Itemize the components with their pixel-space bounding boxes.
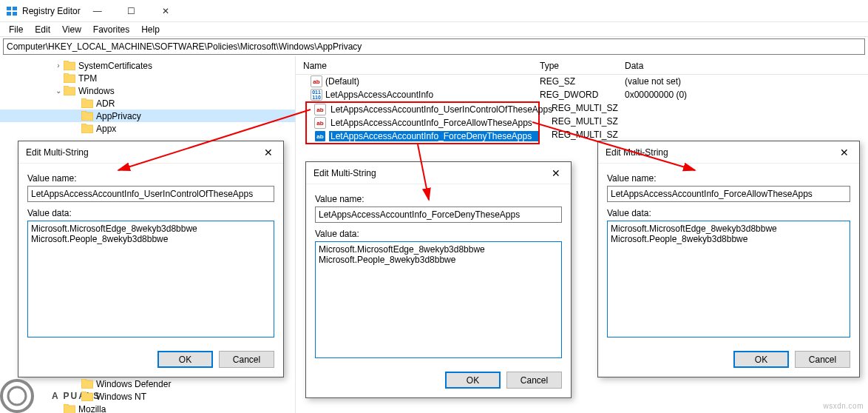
value-name: LetAppsAccessAccountInfo — [325, 90, 540, 100]
list-row[interactable]: abLetAppsAccessAccountInfo_ForceAllowThe… — [307, 116, 538, 130]
tree-label: SystemCertificates — [78, 61, 152, 71]
tree-item-windows-defender[interactable]: Windows Defender — [0, 377, 296, 390]
address-text: Computer\HKEY_LOCAL_MACHINE\SOFTWARE\Pol… — [7, 41, 362, 52]
expand-icon[interactable]: › — [53, 61, 64, 70]
reg-multistring-icon: ab — [314, 104, 326, 115]
expand-icon[interactable]: ⌄ — [53, 87, 64, 95]
ok-button[interactable]: OK — [733, 351, 789, 368]
reg-string-icon: ab — [311, 75, 322, 87]
window-title: Registry Editor — [22, 6, 81, 16]
cancel-button[interactable]: Cancel — [795, 351, 850, 368]
dialog-edit-multistring-a: Edit Multi-String ✕ Value name: Value da… — [18, 141, 284, 377]
svg-rect-0 — [7, 7, 11, 10]
list-row[interactable]: 011110LetAppsAccessAccountInfoREG_DWORD0… — [296, 88, 868, 101]
tree-item-adr[interactable]: ADR — [0, 97, 295, 110]
tree-label: Appx — [96, 124, 116, 134]
list-header: Name Type Data — [296, 59, 868, 75]
dialog-titlebar[interactable]: Edit Multi-String ✕ — [18, 141, 283, 164]
menu-help[interactable]: Help — [135, 23, 166, 36]
menu-favorites[interactable]: Favorites — [87, 23, 135, 36]
cancel-button[interactable]: Cancel — [506, 372, 562, 389]
list-row[interactable]: abLetAppsAccessAccountInfo_UserInControl… — [307, 103, 538, 116]
dialog-title: Edit Multi-String — [313, 168, 541, 178]
value-name: (Default) — [325, 76, 540, 87]
highlight-types: REG_MULTI_SZ REG_MULTI_SZ REG_MULTI_SZ — [552, 103, 618, 143]
tree-item-appx[interactable]: Appx — [0, 122, 295, 135]
watermark: wsxdn.com — [823, 402, 864, 410]
close-icon[interactable]: ✕ — [541, 167, 571, 179]
menu-edit[interactable]: Edit — [29, 23, 56, 36]
menu-file[interactable]: File — [3, 23, 29, 36]
tree-item-windows[interactable]: ⌄Windows — [0, 84, 295, 97]
value-name-label: Value name: — [27, 173, 274, 184]
tree-label: ADR — [96, 98, 115, 109]
svg-rect-1 — [13, 7, 17, 10]
list-row[interactable]: ab(Default)REG_SZ(value not set) — [296, 75, 868, 88]
value-name-input[interactable] — [607, 186, 850, 202]
dialog-edit-multistring-b: Edit Multi-String ✕ Value name: Value da… — [305, 161, 572, 398]
tree-item-mozilla[interactable]: Mozilla — [0, 403, 296, 413]
dialog-edit-multistring-c: Edit Multi-String ✕ Value name: Value da… — [597, 141, 860, 377]
tree-label: TPM — [78, 73, 97, 84]
tree-label: Windows — [78, 86, 115, 96]
value-name: LetAppsAccessAccountInfo_ForceAllowThese… — [329, 118, 538, 128]
reg-multistring-icon: ab — [314, 130, 326, 142]
col-header-name[interactable]: Name — [296, 61, 540, 71]
value-data-label: Value data: — [607, 208, 850, 218]
value-type: REG_DWORD — [540, 90, 625, 100]
col-header-data[interactable]: Data — [625, 61, 868, 71]
menu-view[interactable]: View — [56, 23, 87, 36]
value-data: 0x00000000 (0) — [625, 90, 868, 100]
dialog-title: Edit Multi-String — [26, 147, 254, 158]
list-cell-type: REG_MULTI_SZ — [552, 103, 618, 116]
value-type: REG_SZ — [540, 76, 625, 87]
value-name: LetAppsAccessAccountInfo_ForceDenyTheseA… — [329, 131, 538, 141]
tree-label: AppPrivacy — [96, 111, 141, 121]
tree-item-systemcertificates[interactable]: ›SystemCertificates — [0, 59, 295, 72]
list-row[interactable]: abLetAppsAccessAccountInfo_ForceDenyThes… — [307, 130, 538, 143]
value-data-textarea[interactable] — [315, 241, 562, 358]
list-cell-type: REG_MULTI_SZ — [552, 116, 618, 130]
minimize-button[interactable]: — — [81, 0, 115, 21]
regedit-icon — [6, 5, 18, 17]
value-name-label: Value name: — [607, 173, 850, 184]
svg-rect-2 — [7, 12, 11, 16]
tree-item-windows-nt[interactable]: Windows NT — [0, 390, 296, 403]
value-name-input[interactable] — [315, 206, 562, 223]
svg-rect-3 — [13, 12, 17, 16]
value-name: LetAppsAccessAccountInfo_UserInControlOf… — [329, 104, 554, 115]
value-data-textarea[interactable] — [27, 221, 274, 338]
dialog-titlebar[interactable]: Edit Multi-String ✕ — [306, 162, 571, 184]
col-header-type[interactable]: Type — [540, 61, 625, 71]
value-data-label: Value data: — [27, 208, 274, 218]
reg-multistring-icon: ab — [314, 117, 326, 129]
maximize-button[interactable]: ☐ — [115, 0, 149, 21]
highlighted-values-box: abLetAppsAccessAccountInfo_UserInControl… — [305, 101, 540, 144]
address-bar[interactable]: Computer\HKEY_LOCAL_MACHINE\SOFTWARE\Pol… — [3, 38, 865, 55]
dialog-title: Edit Multi-String — [606, 147, 830, 158]
value-data-label: Value data: — [315, 229, 562, 239]
value-data-textarea[interactable] — [607, 221, 850, 338]
value-name-label: Value name: — [315, 194, 562, 204]
ok-button[interactable]: OK — [445, 372, 501, 389]
menubar: File Edit View Favorites Help — [0, 22, 868, 37]
close-icon[interactable]: ✕ — [254, 147, 283, 158]
close-button[interactable]: ✕ — [149, 0, 183, 21]
tree-item-tpm[interactable]: TPM — [0, 72, 295, 84]
titlebar: Registry Editor — ☐ ✕ — [0, 0, 868, 22]
tree-item-appprivacy[interactable]: AppPrivacy — [0, 110, 295, 122]
value-name-input[interactable] — [27, 186, 274, 202]
reg-dword-icon: 011110 — [311, 89, 322, 101]
close-icon[interactable]: ✕ — [830, 147, 859, 158]
cancel-button[interactable]: Cancel — [219, 351, 274, 368]
dialog-titlebar[interactable]: Edit Multi-String ✕ — [598, 141, 859, 164]
window-controls: — ☐ ✕ — [81, 0, 183, 21]
ok-button[interactable]: OK — [157, 351, 213, 368]
value-data: (value not set) — [625, 76, 868, 87]
